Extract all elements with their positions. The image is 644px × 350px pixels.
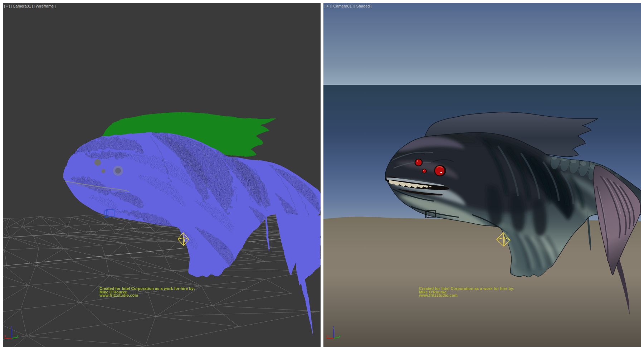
svg-text:z: z [333,325,335,329]
svg-text:y: y [17,334,19,337]
svg-text:z: z [11,325,13,329]
svg-text:x: x [4,334,6,338]
svg-text:x: x [326,334,328,338]
svg-text:y: y [339,334,341,337]
